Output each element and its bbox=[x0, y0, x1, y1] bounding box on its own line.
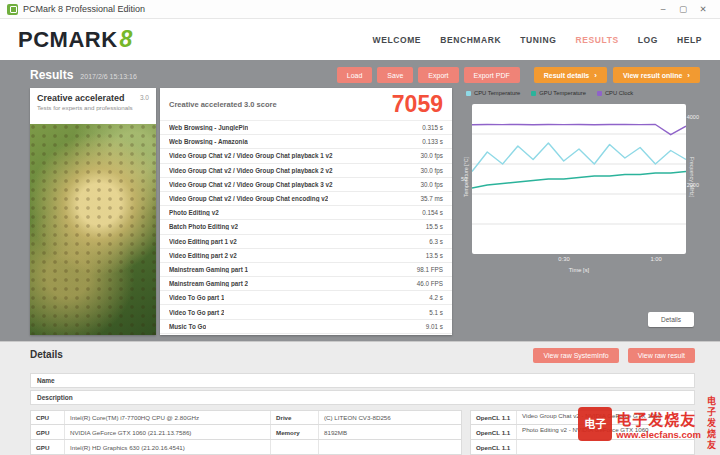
test-name: Video To Go part 1 bbox=[169, 294, 224, 301]
left-axis-tick: 50 bbox=[461, 176, 467, 182]
test-value: 15.5 s bbox=[426, 223, 443, 230]
toolbar-action-buttons: Result details› View result online› bbox=[534, 67, 700, 83]
test-name: Video Group Chat v2 / Video Group Chat p… bbox=[169, 152, 333, 159]
test-name: Web Browsing - Amazonia bbox=[169, 138, 248, 145]
test-name: Music To Go bbox=[169, 323, 206, 330]
test-panel: Creative accelerated 3.0 Tests for exper… bbox=[30, 88, 156, 335]
test-name: Video Editing part 2 v2 bbox=[169, 252, 237, 259]
nav-item-results[interactable]: RESULTS bbox=[575, 35, 618, 45]
minimize-button[interactable]: – bbox=[653, 4, 673, 14]
component-label: Drive bbox=[271, 411, 319, 424]
test-name: Batch Photo Editing v2 bbox=[169, 223, 238, 230]
component-label bbox=[271, 440, 319, 454]
results-toolbar: Results 2017/2/6 15:13:16 LoadSaveExport… bbox=[30, 66, 700, 84]
test-value: 0.315 s bbox=[422, 124, 443, 131]
system-table: CPUIntel(R) Core(TM) i7-7700HQ CPU @ 2.8… bbox=[30, 410, 462, 455]
score-row: Mainstream Gaming part 198.1 FPS bbox=[160, 263, 452, 277]
legend-label: CPU Temperature bbox=[474, 90, 520, 96]
app-header: PCMARK 8 WELCOMEBENCHMARKTUNINGRESULTSLO… bbox=[0, 19, 720, 60]
system-table-row: CPUIntel(R) Core(TM) i7-7700HQ CPU @ 2.8… bbox=[30, 410, 462, 425]
test-name: Video Group Chat v2 / Video Group Chat p… bbox=[169, 181, 333, 188]
component-value: 8192MB bbox=[319, 425, 461, 439]
result-details-button[interactable]: Result details› bbox=[534, 67, 607, 83]
test-value: 0.154 s bbox=[422, 209, 443, 216]
test-value: 98.1 FPS bbox=[417, 266, 443, 273]
component-value bbox=[319, 440, 461, 454]
pcmark-logo: PCMARK bbox=[18, 27, 118, 53]
legend-label: CPU Clock bbox=[605, 90, 633, 96]
save-button[interactable]: Save bbox=[377, 67, 413, 83]
score-row: Video Group Chat v2 / Video Group Chat p… bbox=[160, 178, 452, 192]
export-pdf-button[interactable]: Export PDF bbox=[464, 67, 520, 83]
app-icon bbox=[7, 4, 18, 15]
test-value: 0.133 s bbox=[422, 138, 443, 145]
score-row: Video Editing part 1 v26.3 s bbox=[160, 235, 452, 249]
watermark: 电子 电子发烧友 www.elecfans.com 电子发烧友 bbox=[578, 396, 718, 451]
score-row: Mainstream Gaming part 246.0 FPS bbox=[160, 277, 452, 291]
right-axis-tick-4000: 4000 bbox=[687, 114, 699, 120]
test-value: 6.3 s bbox=[429, 238, 443, 245]
component-value: NVIDIA GeForce GTX 1060 (21.21.13.7586) bbox=[65, 425, 271, 439]
name-field-label: Name bbox=[37, 377, 55, 384]
view-raw-systeminfo-button[interactable]: View raw SystemInfo bbox=[533, 348, 618, 363]
test-panel-header: Creative accelerated 3.0 Tests for exper… bbox=[30, 88, 156, 124]
test-value: 35.7 ms bbox=[421, 195, 443, 202]
chart-details-button[interactable]: Details bbox=[648, 312, 694, 327]
pcmark-8-badge: 8 bbox=[120, 26, 133, 53]
test-value: 9.01 s bbox=[426, 323, 443, 330]
test-value: 5.1 s bbox=[429, 309, 443, 316]
nav-item-welcome[interactable]: WELCOME bbox=[373, 35, 422, 45]
test-value: 30.0 fps bbox=[421, 152, 443, 159]
score-row: Video Group Chat v2 / Video Group Chat e… bbox=[160, 192, 452, 206]
score-row: Video To Go part 25.1 s bbox=[160, 305, 452, 319]
component-value: Intel(R) Core(TM) i7-7700HQ CPU @ 2.80GH… bbox=[65, 411, 271, 424]
nav-item-benchmark[interactable]: BENCHMARK bbox=[440, 35, 501, 45]
test-name-title: Creative accelerated bbox=[37, 93, 149, 103]
chevron-right-icon: › bbox=[687, 71, 690, 80]
chart-legend: CPU TemperatureGPU TemperatureCPU Clock bbox=[458, 88, 700, 98]
score-title: Creative accelerated 3.0 score bbox=[169, 100, 319, 109]
opencl-label: OpenCL 1.1 bbox=[471, 440, 517, 454]
opencl-label: OpenCL 1.1 bbox=[471, 411, 517, 424]
details-heading: Details bbox=[30, 349, 63, 360]
maximize-button[interactable]: ▢ bbox=[673, 4, 693, 14]
toolbar-buttons: LoadSaveExportExport PDF bbox=[337, 67, 520, 83]
score-row: Video Group Chat v2 / Video Group Chat p… bbox=[160, 149, 452, 163]
export-button[interactable]: Export bbox=[418, 67, 458, 83]
x-tick-030: 0:30 bbox=[558, 256, 569, 262]
test-value: 46.0 FPS bbox=[417, 280, 443, 287]
score-row: Music To Go9.01 s bbox=[160, 320, 452, 334]
elecfans-logo-icon: 电子 bbox=[578, 407, 612, 441]
nav-item-tuning[interactable]: TUNING bbox=[520, 35, 556, 45]
overall-score: 7059 bbox=[392, 91, 443, 118]
view-result-online-button[interactable]: View result online› bbox=[613, 67, 700, 83]
x-axis-title: Time [s] bbox=[458, 267, 700, 273]
main-nav: WELCOMEBENCHMARKTUNINGRESULTSLOGHELP bbox=[373, 35, 702, 45]
legend-swatch bbox=[531, 91, 536, 96]
score-header: Creative accelerated 3.0 score 7059 bbox=[160, 88, 452, 121]
watermark-title: 电子发烧友 bbox=[616, 408, 701, 429]
score-row: Web Browsing - Amazonia0.133 s bbox=[160, 135, 452, 149]
score-rows: Web Browsing - JunglePin0.315 sWeb Brows… bbox=[160, 121, 452, 334]
load-button[interactable]: Load bbox=[337, 67, 373, 83]
test-name: Video To Go part 2 bbox=[169, 309, 224, 316]
score-row: Video Group Chat v2 / Video Group Chat p… bbox=[160, 164, 452, 178]
system-table-row: GPUIntel(R) HD Graphics 630 (21.20.16.45… bbox=[30, 440, 462, 455]
view-raw-result-button[interactable]: View raw result bbox=[628, 348, 695, 363]
score-row: Batch Photo Editing v215.5 s bbox=[160, 220, 452, 234]
test-name: Mainstream Gaming part 2 bbox=[169, 280, 248, 287]
chart-plot bbox=[472, 104, 686, 254]
name-field-row: Name bbox=[30, 373, 695, 388]
component-label: Memory bbox=[271, 425, 319, 439]
legend-item: CPU Clock bbox=[597, 90, 633, 96]
test-value: 13.5 s bbox=[426, 252, 443, 259]
description-field-label: Description bbox=[37, 394, 73, 401]
close-button[interactable]: ✕ bbox=[693, 4, 713, 14]
system-table-row: GPUNVIDIA GeForce GTX 1060 (21.21.13.758… bbox=[30, 425, 462, 440]
score-row: Video Editing part 2 v213.5 s bbox=[160, 249, 452, 263]
monitoring-chart bbox=[472, 104, 686, 254]
nav-item-help[interactable]: HELP bbox=[677, 35, 702, 45]
nav-item-log[interactable]: LOG bbox=[638, 35, 658, 45]
watermark-url: www.elecfans.com bbox=[616, 429, 701, 440]
result-timestamp: 2017/2/6 15:13:16 bbox=[80, 73, 136, 80]
